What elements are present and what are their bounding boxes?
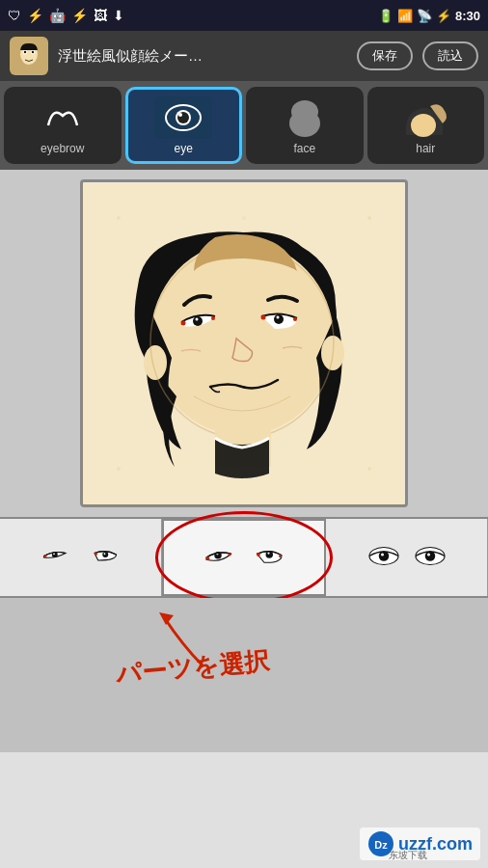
svg-point-31 xyxy=(181,321,186,326)
svg-point-41 xyxy=(104,553,106,555)
face-icon xyxy=(253,95,357,140)
svg-point-46 xyxy=(229,554,231,556)
svg-point-50 xyxy=(279,555,282,557)
svg-point-56 xyxy=(427,554,430,556)
load-button[interactable]: 読込 xyxy=(422,41,478,70)
photo-icon: 🖼 xyxy=(94,8,107,23)
svg-point-22 xyxy=(367,467,371,471)
svg-point-48 xyxy=(267,552,269,554)
app-icon xyxy=(10,37,48,75)
app-title: 浮世絵風似顔絵メー… xyxy=(58,47,347,66)
svg-rect-6 xyxy=(34,96,92,139)
svg-point-17 xyxy=(411,114,436,137)
eye-opt1-svg xyxy=(37,533,123,582)
svg-point-53 xyxy=(381,554,384,556)
options-row xyxy=(0,517,488,598)
tab-hair[interactable]: hair xyxy=(367,87,485,164)
svg-point-40 xyxy=(103,552,109,557)
shield-icon: 🛡 xyxy=(8,8,21,23)
charge-icon: ⚡ xyxy=(436,9,451,23)
wifi-icon: 📶 xyxy=(397,9,413,23)
svg-point-30 xyxy=(196,318,199,321)
category-tabs: eyebrow eye xyxy=(0,81,488,170)
svg-point-5 xyxy=(32,51,34,53)
tab-face[interactable]: face xyxy=(246,87,364,164)
tab-eyebrow[interactable]: eyebrow xyxy=(4,87,122,164)
svg-point-25 xyxy=(144,345,167,380)
eyebrow-icon xyxy=(11,95,115,140)
main-area xyxy=(0,170,488,517)
svg-point-36 xyxy=(293,317,297,321)
usb-icon: ⚡ xyxy=(27,8,43,23)
title-bar: 浮世絵風似顔絵メー… 保存 読込 xyxy=(0,31,488,81)
eye-icon xyxy=(132,95,236,140)
svg-point-42 xyxy=(95,553,97,556)
svg-point-35 xyxy=(261,315,266,320)
clock: 8:30 xyxy=(455,9,480,23)
branding: Dz uzzf.com 东坡下载 xyxy=(360,827,480,860)
svg-point-39 xyxy=(44,555,47,557)
svg-point-24 xyxy=(150,242,334,435)
svg-point-32 xyxy=(211,316,215,320)
svg-rect-15 xyxy=(299,129,311,135)
svg-point-20 xyxy=(367,216,371,220)
battery-icon: 🔋 xyxy=(378,9,393,23)
save-button[interactable]: 保存 xyxy=(357,41,413,70)
svg-point-33 xyxy=(274,314,284,324)
svg-point-21 xyxy=(117,467,121,471)
hair-icon xyxy=(374,95,478,140)
tab-hair-label: hair xyxy=(416,142,435,155)
svg-point-4 xyxy=(24,51,26,53)
svg-point-29 xyxy=(193,316,203,326)
tab-eye[interactable]: eye xyxy=(125,87,243,164)
status-bar: 🛡 ⚡ 🤖 ⚡ 🖼 ⬇ 🔋 📶 📡 ⚡ 8:30 xyxy=(0,0,488,31)
svg-point-19 xyxy=(117,216,121,220)
annotation-area: パーツを選択 xyxy=(0,598,488,752)
android-icon: 🤖 xyxy=(49,8,66,23)
download-icon: ⬇ xyxy=(113,8,124,23)
eye-option-2[interactable] xyxy=(162,519,327,596)
svg-point-34 xyxy=(277,316,280,319)
svg-point-49 xyxy=(257,553,260,556)
face-svg xyxy=(90,189,398,498)
svg-point-38 xyxy=(53,553,55,555)
tab-eye-label: eye xyxy=(175,142,193,155)
eye-option-1[interactable] xyxy=(0,519,162,596)
eye-opt3-svg xyxy=(364,533,450,582)
signal-icon: 📡 xyxy=(417,9,432,23)
svg-text:Dz: Dz xyxy=(374,839,388,851)
eye-opt2-svg xyxy=(201,533,287,582)
eye-option-3[interactable] xyxy=(326,519,488,596)
svg-point-14 xyxy=(291,100,318,123)
status-right: 🔋 📶 📡 ⚡ 8:30 xyxy=(378,9,480,23)
tab-face-label: face xyxy=(293,142,315,155)
status-icons: 🛡 ⚡ 🤖 ⚡ 🖼 ⬇ xyxy=(8,8,124,23)
svg-point-23 xyxy=(242,216,246,220)
svg-point-45 xyxy=(206,556,210,560)
usb2-icon: ⚡ xyxy=(71,8,88,23)
brand-sub: 东坡下载 xyxy=(389,849,427,862)
svg-point-11 xyxy=(178,113,182,117)
tab-eyebrow-label: eyebrow xyxy=(41,142,84,155)
face-illustration xyxy=(80,179,408,507)
